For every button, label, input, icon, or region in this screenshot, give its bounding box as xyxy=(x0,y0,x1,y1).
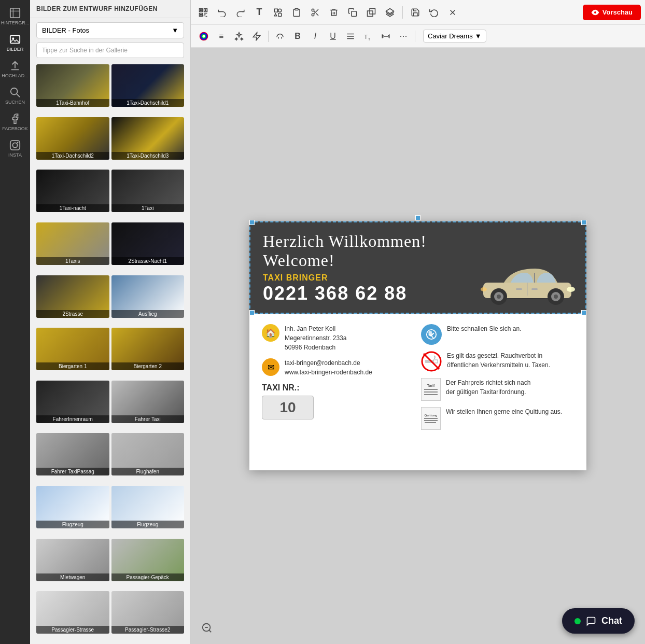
more-options-button[interactable]: ··· xyxy=(396,29,411,44)
list-item[interactable]: 1Taxi-Dachschild1 xyxy=(111,64,185,107)
zoom-control[interactable] xyxy=(201,622,213,634)
sidebar-item-label: HINTERGR... xyxy=(1,20,30,25)
selection-handle-bl[interactable] xyxy=(249,310,255,315)
svg-rect-56 xyxy=(516,288,522,290)
list-item[interactable]: 2Strasse xyxy=(36,275,109,318)
justify-button[interactable] xyxy=(343,29,358,44)
selection-handle-top[interactable] xyxy=(415,215,420,220)
preview-button[interactable]: Vorschau xyxy=(583,5,641,20)
list-item[interactable]: Biergarten 2 xyxy=(111,328,185,370)
sidebar-item-background[interactable]: HINTERGR... xyxy=(0,4,30,29)
delete-button[interactable] xyxy=(326,4,342,21)
list-item[interactable]: Fahrer Taxi xyxy=(111,381,185,423)
gallery-search-input[interactable]: Tippe zur Suche in der Gallerie xyxy=(36,43,184,58)
list-item[interactable]: 1Taxi-nacht xyxy=(36,170,109,212)
lightning-icon xyxy=(252,32,261,41)
sidebar-item-facebook[interactable]: FACEBOOK xyxy=(0,110,30,134)
effects-button[interactable] xyxy=(231,29,247,44)
selection-handle-br[interactable] xyxy=(581,310,586,315)
rule3-text: Der Fahrpreis richtet sich nachder gülti… xyxy=(446,378,530,397)
list-item[interactable]: 1Taxi xyxy=(111,170,185,212)
contact-row: ✉ taxi-bringer@rodenbach.de www.taxi-bri… xyxy=(262,358,415,377)
image-label: 1Taxi-Dachschild2 xyxy=(36,152,109,160)
undo-icon xyxy=(217,8,227,17)
chat-bubble-icon xyxy=(586,616,596,626)
image-label: 1Taxi xyxy=(111,204,185,212)
image-label: 2Strasse-Nacht1 xyxy=(111,257,185,265)
sidebar-item-upload[interactable]: HOCHLAD... xyxy=(0,57,30,81)
save-button[interactable] xyxy=(407,4,424,21)
image-label: Flugzeug xyxy=(111,521,185,528)
list-item[interactable]: 1Taxi-Dachschild2 xyxy=(36,117,109,160)
facebook-icon xyxy=(9,113,21,124)
canvas-area[interactable]: Herzlich Willkommen! Welcome! TAXI BRING… xyxy=(191,48,645,644)
undo-button[interactable] xyxy=(214,4,230,21)
sidebar-item-instagram[interactable]: INSTA xyxy=(0,136,30,161)
list-item[interactable]: Ausflieg xyxy=(111,275,185,318)
svg-point-54 xyxy=(481,287,487,291)
clipboard-button[interactable] xyxy=(288,4,305,21)
sidebar-item-search[interactable]: SUCHEN xyxy=(0,83,30,108)
layers-icon xyxy=(385,8,395,17)
quittung-rule: Quittung Wir stellen Ihnen gerne eine Qu… xyxy=(421,407,574,430)
save-icon xyxy=(411,8,420,17)
sidebar-item-images[interactable]: BILDER xyxy=(0,31,30,55)
list-item[interactable]: FahrerInnenraum xyxy=(36,381,109,423)
qr-code-button[interactable] xyxy=(195,4,212,21)
redo-button[interactable] xyxy=(232,4,249,21)
letter-spacing-button[interactable] xyxy=(378,29,394,44)
list-item[interactable]: Passagier-Gepäck xyxy=(111,539,185,581)
list-item[interactable]: Mietwagen xyxy=(36,539,109,581)
company-name: TAXI BRINGER xyxy=(263,273,464,283)
text-button[interactable]: T xyxy=(251,4,268,21)
selection-handle-tr[interactable] xyxy=(581,220,586,225)
image-label: Biergarten 1 xyxy=(36,362,109,370)
align-left-button[interactable]: ≡ xyxy=(214,29,229,44)
shapes-button[interactable] xyxy=(270,4,286,21)
sidebar: HINTERGR... BILDER HOCHLAD... SUCHEN FAC… xyxy=(0,0,30,644)
curve-text-button[interactable] xyxy=(272,29,288,44)
list-item[interactable]: Biergarten 1 xyxy=(36,328,109,370)
list-item[interactable]: Flughafen xyxy=(111,433,185,475)
image-label: Fahrer TaxiPassag xyxy=(36,468,109,475)
italic-button[interactable]: I xyxy=(307,29,323,44)
list-item[interactable]: 2Strasse-Nacht1 xyxy=(111,222,185,265)
underline-button[interactable]: U xyxy=(325,29,341,44)
font-selector[interactable]: Caviar Dreams ▼ xyxy=(423,30,486,43)
list-item[interactable]: Flugzeug xyxy=(111,486,185,528)
list-item[interactable]: Fahrer TaxiPassag xyxy=(36,433,109,475)
home-icon-circle: 🏠 xyxy=(262,324,279,342)
list-item[interactable]: Flugzeug xyxy=(36,486,109,528)
color-picker-button[interactable] xyxy=(196,29,212,44)
list-item[interactable]: 1Taxi-Dachschild3 xyxy=(111,117,185,160)
image-label: Passagier-Strasse2 xyxy=(111,626,185,634)
background-icon xyxy=(9,7,21,19)
top-toolbar: T Vorsc xyxy=(191,0,645,25)
list-item[interactable]: Passagier-Strasse2 xyxy=(111,591,185,634)
svg-point-49 xyxy=(497,295,501,299)
svg-rect-20 xyxy=(278,13,282,16)
lightning-button[interactable] xyxy=(249,29,264,44)
image-label: Ausflieg xyxy=(111,310,185,318)
layers-button[interactable] xyxy=(382,4,398,21)
chat-widget[interactable]: Chat xyxy=(562,608,635,634)
list-item[interactable]: 1Taxi-Bahnhof xyxy=(36,64,109,107)
arrange-button[interactable] xyxy=(363,4,380,21)
bold-button[interactable]: B xyxy=(290,29,305,44)
list-item[interactable]: Passagier-Strasse xyxy=(36,591,109,634)
category-dropdown[interactable]: BILDER - Fotos ▼ xyxy=(36,22,184,38)
image-grid: 1Taxi-Bahnhof 1Taxi-Dachschild1 1Taxi-Da… xyxy=(30,62,190,644)
scissors-button[interactable] xyxy=(307,4,324,21)
svg-rect-11 xyxy=(201,9,202,10)
taxi-nr-value: 10 xyxy=(262,396,314,419)
refresh-button[interactable] xyxy=(426,4,442,21)
taxi-nr-label: TAXI NR.: xyxy=(262,383,415,393)
copy-button[interactable] xyxy=(344,4,361,21)
font-size-button[interactable]: TT xyxy=(360,29,376,44)
close-button[interactable] xyxy=(444,4,461,21)
list-item[interactable]: 1Taxis xyxy=(36,222,109,265)
svg-line-26 xyxy=(314,11,315,12)
image-label: Flughafen xyxy=(111,468,185,475)
selection-handle-tl[interactable] xyxy=(249,220,255,225)
sidebar-item-label: BILDER xyxy=(7,47,24,52)
